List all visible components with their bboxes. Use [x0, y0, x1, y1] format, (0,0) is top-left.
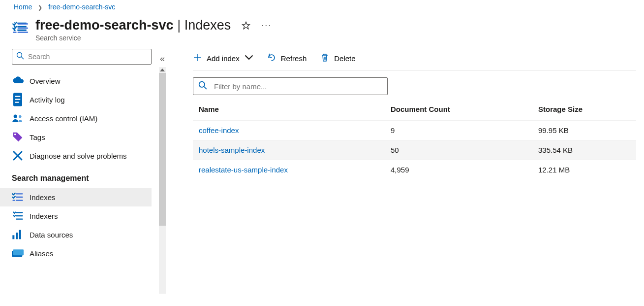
svg-marker-3 [243, 22, 250, 29]
sidebar-item-label: Diagnose and solve problems [30, 152, 127, 160]
svg-rect-17 [13, 249, 24, 255]
index-name-link[interactable]: hotels-sample-index [199, 146, 265, 154]
toolbar: Add index Refresh Delete [193, 49, 636, 70]
sidebar-item-aliases[interactable]: Aliases [0, 244, 152, 263]
sidebar-search[interactable] [12, 49, 152, 65]
table-row[interactable]: coffee-index 9 99.95 KB [193, 121, 636, 140]
sidebar-item-diagnose[interactable]: Diagnose and solve problems [0, 146, 152, 165]
svg-line-21 [204, 87, 207, 89]
document-count: 4,959 [385, 160, 532, 180]
svg-point-12 [14, 134, 16, 135]
data-sources-icon [12, 230, 24, 239]
indexers-icon [12, 211, 24, 221]
sidebar-search-input[interactable] [28, 53, 147, 61]
breadcrumb-home[interactable]: Home [14, 3, 32, 11]
trash-icon [320, 53, 329, 64]
scroll-up-icon [160, 68, 165, 71]
sidebar-scrollbar[interactable] [159, 67, 166, 294]
page-title-resource: free-demo-search-svc [35, 18, 174, 33]
page-title: free-demo-search-svc | Indexes [35, 18, 231, 33]
svg-rect-14 [16, 233, 18, 239]
sidebar-item-label: Data sources [30, 231, 73, 239]
indexes-resource-icon [12, 18, 29, 38]
filter-by-name[interactable] [193, 77, 388, 95]
sidebar-item-access-control[interactable]: Access control (IAM) [0, 109, 152, 128]
svg-point-20 [199, 82, 205, 87]
column-header-storage-size[interactable]: Storage Size [532, 105, 636, 121]
refresh-label: Refresh [281, 54, 307, 63]
favorite-button[interactable] [242, 21, 250, 30]
document-count: 9 [385, 121, 532, 140]
sidebar-item-overview[interactable]: Overview [0, 71, 152, 90]
filter-input[interactable] [214, 82, 382, 91]
storage-size: 99.95 KB [532, 121, 636, 140]
sidebar-item-label: Overview [30, 77, 61, 85]
svg-rect-15 [19, 230, 21, 239]
sidebar-item-label: Aliases [30, 249, 53, 258]
svg-point-11 [19, 115, 22, 118]
svg-rect-8 [15, 99, 21, 100]
sidebar-item-tags[interactable]: Tags [0, 128, 152, 146]
log-icon [12, 95, 24, 104]
table-row[interactable]: hotels-sample-index 50 335.54 KB [193, 140, 636, 160]
svg-line-5 [22, 57, 24, 60]
chevron-right-icon: ❯ [34, 4, 46, 10]
indexes-table: Name Document Count Storage Size coffee-… [193, 105, 636, 179]
svg-point-4 [17, 53, 22, 58]
document-count: 50 [385, 140, 532, 160]
column-header-document-count[interactable]: Document Count [385, 105, 532, 121]
aliases-icon [12, 248, 24, 258]
add-index-label: Add index [207, 54, 240, 63]
storage-size: 12.21 MB [532, 160, 636, 180]
sidebar-item-label: Indexes [30, 193, 56, 202]
collapse-sidebar-button[interactable]: « [160, 54, 165, 64]
refresh-button[interactable]: Refresh [267, 53, 307, 64]
diagnose-icon [12, 151, 24, 161]
breadcrumb: Home ❯ free-demo-search-svc [0, 0, 644, 13]
sidebar-item-label: Tags [30, 133, 45, 141]
svg-rect-7 [15, 96, 21, 97]
scrollbar-thumb[interactable] [159, 73, 166, 226]
sidebar-item-label: Activity log [30, 96, 65, 104]
tag-icon [12, 132, 24, 142]
sidebar-item-data-sources[interactable]: Data sources [0, 225, 152, 244]
cloud-icon [12, 76, 24, 86]
sidebar-item-activity-log[interactable]: Activity log [0, 90, 152, 109]
svg-rect-13 [12, 235, 14, 239]
breadcrumb-resource[interactable]: free-demo-search-svc [48, 3, 115, 11]
resource-type-label: Search service [35, 34, 272, 42]
sidebar-item-label: Access control (IAM) [30, 114, 97, 123]
plus-icon [193, 53, 202, 64]
people-icon [12, 113, 24, 123]
delete-label: Delete [334, 54, 355, 63]
search-icon [198, 81, 207, 92]
refresh-icon [267, 53, 276, 64]
index-name-link[interactable]: realestate-us-sample-index [199, 166, 288, 174]
delete-button[interactable]: Delete [320, 53, 355, 64]
sidebar-item-indexes[interactable]: Indexes [0, 188, 152, 206]
add-index-button[interactable]: Add index [193, 53, 253, 64]
sidebar-item-label: Indexers [30, 212, 58, 220]
index-name-link[interactable]: coffee-index [199, 126, 239, 135]
page-title-section: Indexes [184, 18, 231, 33]
sidebar-item-indexers[interactable]: Indexers [0, 206, 152, 225]
sidebar-section-search-management: Search management [12, 165, 152, 188]
column-header-name[interactable]: Name [193, 105, 385, 121]
search-icon [16, 52, 24, 62]
svg-rect-9 [15, 102, 19, 103]
more-button[interactable]: ··· [261, 20, 272, 31]
indexes-icon [12, 192, 24, 202]
storage-size: 335.54 KB [532, 140, 636, 160]
svg-point-10 [14, 115, 17, 118]
table-row[interactable]: realestate-us-sample-index 4,959 12.21 M… [193, 160, 636, 180]
chevron-down-icon [245, 53, 253, 64]
